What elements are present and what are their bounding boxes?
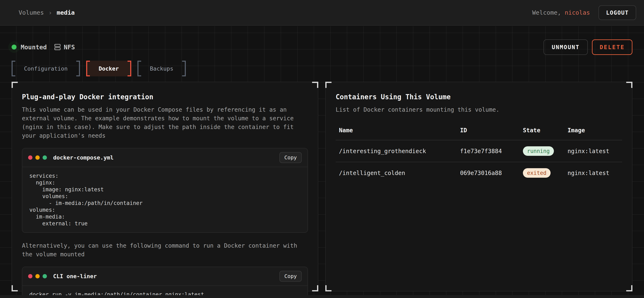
table-row[interactable]: /intelligent_colden 069e73016a88 exited … xyxy=(336,162,622,184)
logout-button[interactable]: LOGOUT xyxy=(598,5,636,20)
panel-corner-icon xyxy=(325,82,332,88)
column-header-id: ID xyxy=(460,127,523,134)
container-name: /interesting_grothendieck xyxy=(339,148,460,154)
bracket-left-icon xyxy=(86,61,90,76)
docker-integration-panel: Plug-and-play Docker integration This vo… xyxy=(12,82,318,292)
mount-status: Mounted xyxy=(12,43,47,51)
compose-filename: docker-compose.yml xyxy=(53,154,280,161)
tab-bar: Configuration Docker Backups xyxy=(12,61,632,76)
container-id: 069e73016a88 xyxy=(460,170,523,176)
container-id: f1e73e7f3884 xyxy=(460,148,523,154)
page: Volumes › media Welcome, nicolas LOGOUT … xyxy=(0,0,644,298)
panel-corner-icon xyxy=(626,82,632,88)
green-dot-icon xyxy=(42,155,47,160)
copy-cli-button[interactable]: Copy xyxy=(280,271,302,282)
column-header-state: State xyxy=(523,127,568,134)
welcome-prefix: Welcome, xyxy=(532,9,561,16)
tab-label: Configuration xyxy=(15,61,76,76)
container-name: /intelligent_colden xyxy=(339,170,460,176)
red-dot-icon xyxy=(28,155,32,160)
breadcrumb-chevron-icon: › xyxy=(48,9,52,16)
column-header-name: Name xyxy=(339,127,460,134)
compose-code-header: docker-compose.yml Copy xyxy=(22,149,308,167)
container-state: exited xyxy=(523,168,568,178)
top-bar-right: Welcome, nicolas LOGOUT xyxy=(532,5,636,20)
welcome-text: Welcome, nicolas xyxy=(532,9,590,16)
containers-table: Name ID State Image /interesting_grothen… xyxy=(336,127,622,184)
container-image: nginx:latest xyxy=(568,170,622,176)
main-content: Mounted NFS UNMOUNT DELETE xyxy=(0,26,644,298)
bracket-left-icon xyxy=(138,61,141,76)
panel-corner-icon xyxy=(325,285,332,292)
server-icon xyxy=(54,44,61,50)
docker-panel-title: Plug-and-play Docker integration xyxy=(22,93,308,101)
amber-dot-icon xyxy=(35,155,40,160)
driver-badge: NFS xyxy=(54,43,75,51)
cli-code-header: CLI one-liner Copy xyxy=(22,267,308,286)
tab-configuration[interactable]: Configuration xyxy=(12,61,80,76)
bracket-right-icon xyxy=(76,61,80,76)
copy-compose-button[interactable]: Copy xyxy=(280,152,302,163)
panel-corner-icon xyxy=(312,82,318,88)
cli-code-block: CLI one-liner Copy docker run -v im-medi… xyxy=(22,267,308,298)
containers-panel-description: List of Docker containers mounting this … xyxy=(336,106,622,114)
compose-code-block: docker-compose.yml Copy services: nginx:… xyxy=(22,148,308,233)
tab-docker[interactable]: Docker xyxy=(86,61,131,76)
unmount-button[interactable]: UNMOUNT xyxy=(544,39,588,55)
mount-status-label: Mounted xyxy=(21,43,47,51)
status-badge: exited xyxy=(523,168,550,178)
red-dot-icon xyxy=(28,274,32,278)
panel-corner-icon xyxy=(12,82,18,88)
green-dot-icon xyxy=(42,274,47,278)
footer-strip xyxy=(0,295,644,298)
traffic-lights-icon xyxy=(28,155,47,160)
breadcrumb-volumes-link[interactable]: Volumes xyxy=(18,9,44,16)
top-bar: Volumes › media Welcome, nicolas LOGOUT xyxy=(0,0,644,26)
container-state: running xyxy=(523,146,568,156)
panel-corner-icon xyxy=(312,285,318,292)
table-header-row: Name ID State Image xyxy=(336,127,622,140)
delete-button[interactable]: DELETE xyxy=(592,39,632,55)
status-left: Mounted NFS xyxy=(12,43,75,51)
containers-panel-title: Containers Using This Volume xyxy=(336,93,622,101)
breadcrumb-current-volume: media xyxy=(57,9,74,16)
panels: Plug-and-play Docker integration This vo… xyxy=(12,82,632,292)
breadcrumb: Volumes › media xyxy=(18,9,75,16)
cli-filename: CLI one-liner xyxy=(53,273,280,280)
driver-label: NFS xyxy=(64,43,75,51)
panel-corner-icon xyxy=(12,285,18,292)
column-header-image: Image xyxy=(568,127,622,134)
tab-label: Backups xyxy=(141,61,182,76)
bracket-right-icon xyxy=(128,61,131,76)
tab-label: Docker xyxy=(90,61,128,76)
tab-backups[interactable]: Backups xyxy=(138,61,186,76)
containers-panel: Containers Using This Volume List of Doc… xyxy=(325,82,632,292)
status-actions: UNMOUNT DELETE xyxy=(544,39,632,55)
status-row: Mounted NFS UNMOUNT DELETE xyxy=(12,39,632,55)
traffic-lights-icon xyxy=(28,274,47,278)
panel-corner-icon xyxy=(626,285,632,292)
username: nicolas xyxy=(565,9,590,16)
container-image: nginx:latest xyxy=(568,148,622,154)
bracket-right-icon xyxy=(182,61,186,76)
mounted-status-dot-icon xyxy=(12,45,16,49)
status-badge: running xyxy=(523,146,554,156)
cli-note: Alternatively, you can use the following… xyxy=(22,241,308,259)
compose-code-content: services: nginx: image: nginx:latest vol… xyxy=(22,167,308,232)
bracket-left-icon xyxy=(12,61,15,76)
docker-panel-description: This volume can be used in your Docker C… xyxy=(22,106,308,140)
amber-dot-icon xyxy=(35,274,40,278)
table-row[interactable]: /interesting_grothendieck f1e73e7f3884 r… xyxy=(336,140,622,162)
